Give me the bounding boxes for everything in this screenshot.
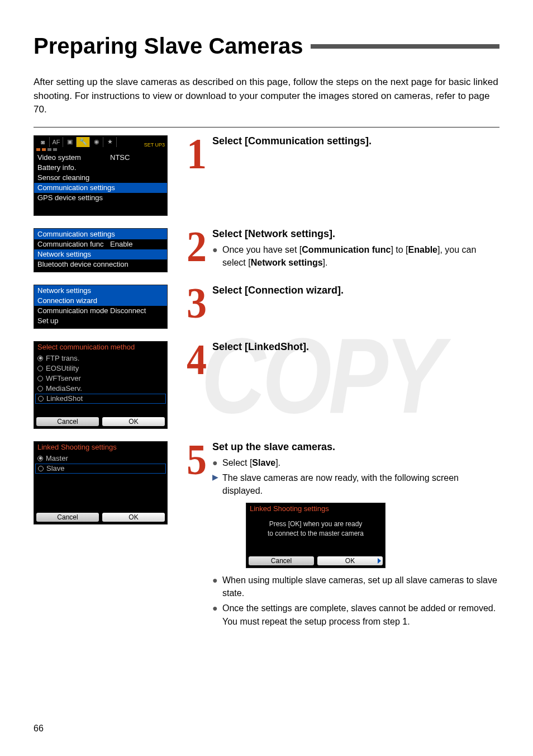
radio-option[interactable]: MediaServ. — [34, 384, 167, 394]
camera-screen-slave-ready: Linked Shooting settings Press [OK] when… — [246, 503, 386, 568]
radio-option[interactable]: WFTserver — [34, 374, 167, 384]
radio-icon — [37, 386, 43, 391]
tab-display-icon: ◉ — [90, 137, 103, 147]
menu-row: Sensor cleaning — [34, 173, 167, 183]
step-2: Communication settings Communication fun… — [34, 228, 499, 278]
menu-row: Communication settings — [34, 183, 167, 193]
tab-wrench-icon: 🔧 — [77, 137, 90, 147]
step-4-heading: Select [LinkedShot]. — [212, 341, 499, 353]
cancel-button[interactable]: Cancel — [36, 513, 99, 522]
tab-dots — [34, 148, 167, 153]
tab-star-icon: ★ — [103, 137, 117, 147]
radio-icon — [37, 456, 43, 461]
intro-paragraph: After setting up the slave cameras as de… — [34, 75, 499, 117]
step-1-heading: Select [Communication settings]. — [212, 135, 499, 147]
radio-icon — [38, 466, 44, 471]
step-3: Network settings Connection wizardCommun… — [34, 285, 499, 334]
radio-option[interactable]: Master — [34, 453, 167, 464]
cancel-button[interactable]: Cancel — [249, 556, 314, 565]
menu-row: Battery info. — [34, 163, 167, 173]
radio-icon — [37, 376, 43, 381]
camera-screen-linked-shooting: Linked Shooting settings MasterSlave Can… — [34, 441, 168, 525]
arrow-right-icon — [378, 558, 381, 564]
menu-row: Communication funcEnable — [34, 239, 167, 249]
camera-screen-comm-settings: Communication settings Communication fun… — [34, 228, 168, 272]
cam-header-net: Network settings — [34, 285, 167, 296]
step-2-heading: Select [Network settings]. — [212, 228, 499, 240]
menu-row: Bluetooth device connection — [34, 259, 167, 270]
camera-screen-network-settings: Network settings Connection wizardCommun… — [34, 285, 168, 329]
ok-button[interactable]: OK — [317, 556, 383, 565]
step-1: ◙ AF ▣ 🔧 ◉ ★ SET UP3 Video systemNTSCBat… — [34, 135, 499, 221]
step-5-heading: Set up the slave cameras. — [212, 441, 499, 453]
inset-message: Press [OK] when you are ready to connect… — [246, 514, 385, 554]
radio-icon — [37, 366, 43, 371]
separator — [34, 127, 499, 127]
step-number-5: 5 — [184, 443, 209, 476]
cam-header-comm: Communication settings — [34, 229, 167, 239]
tab-af: AF — [50, 137, 63, 147]
tab-camera-icon: ◙ — [36, 137, 50, 147]
ok-button[interactable]: OK — [102, 417, 165, 426]
step-5-bullet-2: ▶ The slave cameras are now ready, with … — [212, 471, 499, 497]
title-row: Preparing Slave Cameras — [34, 34, 499, 59]
radio-icon — [38, 396, 44, 401]
page-title: Preparing Slave Cameras — [34, 34, 311, 59]
menu-row: Connection wizard — [34, 296, 167, 306]
step-5: Linked Shooting settings MasterSlave Can… — [34, 441, 499, 630]
step-number-4: 4 — [184, 343, 209, 376]
setup-label: SET UP3 — [144, 142, 165, 148]
menu-row: Network settings — [34, 249, 167, 259]
camera-screen-comm-method: Select communication method FTP trans.EO… — [34, 341, 168, 429]
step-5-bullet-1: ● Select [Slave]. — [212, 456, 499, 469]
inset-header: Linked Shooting settings — [246, 503, 385, 514]
menu-row: Communication modeDisconnect — [34, 306, 167, 316]
menu-row: GPS device settings — [34, 193, 167, 203]
ok-button[interactable]: OK — [102, 513, 165, 522]
step-number-1: 1 — [184, 137, 209, 170]
spacer — [34, 405, 167, 415]
step-2-bullet: ● Once you have set [Communication func]… — [212, 243, 499, 269]
step-5-bullet-3: ● When using multiple slave cameras, set… — [212, 574, 499, 599]
radio-icon — [37, 356, 43, 361]
menu-row: Video systemNTSC — [34, 153, 167, 163]
menu-row: Set up — [34, 316, 167, 326]
radio-option[interactable]: FTP trans. — [34, 353, 167, 363]
step-number-3: 3 — [184, 286, 209, 319]
page-number: 66 — [34, 724, 44, 734]
cancel-button[interactable]: Cancel — [36, 417, 99, 426]
step-5-bullet-4: ● Once the settings are complete, slaves… — [212, 602, 499, 627]
title-rule — [311, 44, 499, 49]
step-3-heading: Select [Connection wizard]. — [212, 285, 499, 296]
tab-play-icon: ▣ — [63, 137, 77, 147]
camera-screen-setup: ◙ AF ▣ 🔧 ◉ ★ SET UP3 Video systemNTSCBat… — [34, 135, 168, 216]
step-4: Select communication method FTP trans.EO… — [34, 341, 499, 434]
radio-option[interactable]: LinkedShot — [35, 394, 166, 404]
cam-header-method: Select communication method — [34, 342, 167, 352]
radio-option[interactable]: Slave — [35, 464, 166, 474]
step-number-2: 2 — [184, 230, 209, 263]
radio-option[interactable]: EOSUtility — [34, 363, 167, 374]
cam-header-linked: Linked Shooting settings — [34, 442, 167, 452]
